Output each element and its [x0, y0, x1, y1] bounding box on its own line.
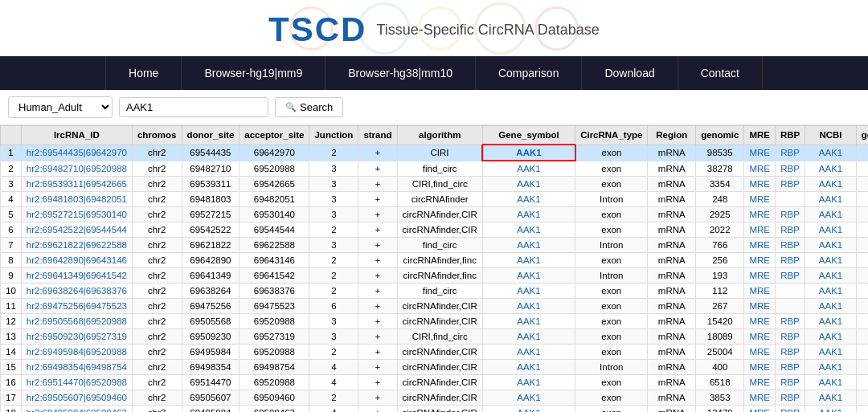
cell-r3-c6: + [358, 192, 397, 207]
cell-r12-c11: 18089 [696, 329, 744, 345]
cell-r10-c7: circRNAfinder,CIR [397, 299, 482, 314]
cell-r12-c13: RBP [775, 329, 805, 345]
cell-r12-c5: 3 [309, 329, 358, 345]
cell-r2-c14: AAK1 [805, 177, 857, 192]
cell-r4-c1: hr2:69527215|69530140 [21, 207, 132, 222]
nav-home[interactable]: Home [105, 56, 182, 90]
cell-r11-c9: exon [575, 314, 648, 329]
table-row[interactable]: 5hr2:69527215|69530140chr269527215695301… [1, 207, 869, 222]
cell-r5-c1: hr2:69542522|69544544 [21, 222, 132, 238]
table-row[interactable]: 4hr2:69481803|69482051chr269481803694820… [1, 192, 869, 207]
table-row[interactable]: 7hr2:69621822|69622588chr269621822696225… [1, 238, 869, 253]
table-row[interactable]: 13hr2:69509230|69527319chr26950923069527… [1, 329, 869, 345]
search-input[interactable] [119, 97, 268, 117]
cell-r0-c12: MRE [744, 145, 776, 161]
cell-r3-c12: MRE [744, 192, 776, 207]
table-row[interactable]: 1hr2:69544435|69642970chr269544435696429… [1, 145, 869, 161]
cell-r5-c2: chr2 [132, 222, 182, 238]
nav-comparison[interactable]: Comparison [476, 56, 582, 90]
col-header-10: Region [648, 126, 696, 145]
cell-r17-c0: 18 [1, 406, 22, 413]
cell-r14-c2: chr2 [132, 360, 182, 375]
table-row[interactable]: 3hr2:69539311|69542665chr269539311695426… [1, 177, 869, 192]
cell-r17-c13: RBP [775, 406, 805, 413]
nav-contact[interactable]: Contact [678, 56, 763, 90]
table-row[interactable]: 16hr2:69514470|69520988chr26951447069520… [1, 375, 869, 390]
col-header-5: Junction [309, 126, 358, 145]
cell-r13-c11: 25004 [696, 345, 744, 360]
cell-r2-c15: AAK1 [856, 177, 868, 192]
cell-r13-c6: + [358, 345, 397, 360]
search-icon: 🔍 [285, 102, 297, 112]
table-body: 1hr2:69544435|69642970chr269544435696429… [1, 145, 869, 412]
cell-r0-c10: mRNA [648, 145, 696, 161]
cell-r6-c7: find_circ [397, 238, 482, 253]
nav-download[interactable]: Download [582, 56, 678, 90]
cell-r1-c13: RBP [775, 161, 805, 177]
cell-r13-c12: MRE [744, 345, 776, 360]
cell-r17-c14: AAK1 [805, 406, 857, 413]
table-row[interactable]: 18hr2:69495984|69509463chr26949598469509… [1, 406, 869, 413]
cell-r10-c14: AAK1 [805, 299, 857, 314]
cell-r17-c9: exon [575, 406, 648, 413]
table-row[interactable]: 12hr2:69505568|69520988chr26950556869520… [1, 314, 869, 329]
nav-browser-hg19[interactable]: Browser-hg19|mm9 [182, 56, 326, 90]
cell-r7-c1: hr2:69642890|69643146 [21, 253, 132, 268]
cell-r3-c14: AAK1 [805, 192, 857, 207]
table-header: lrcRNA_IDchromosdonor_siteacceptor_siteJ… [1, 126, 869, 145]
nav-browser-hg38[interactable]: Browser-hg38|mm10 [326, 56, 476, 90]
cell-r11-c4: 69520988 [240, 314, 309, 329]
cell-r11-c15: AAK1 [856, 314, 868, 329]
cell-r1-c14: AAK1 [805, 161, 857, 177]
cell-r12-c9: exon [575, 329, 648, 345]
cell-r0-c6: + [358, 145, 397, 161]
cell-r4-c8: AAK1 [482, 207, 575, 222]
cell-r1-c4: 69520988 [240, 161, 309, 177]
cell-r6-c15: AAK1 [856, 238, 868, 253]
cell-r14-c6: + [358, 360, 397, 375]
table-row[interactable]: 2hr2:69482710|69520988chr269482710695209… [1, 161, 869, 177]
cell-r0-c13: RBP [775, 145, 805, 161]
table-row[interactable]: 8hr2:69642890|69643146chr269642890696431… [1, 253, 869, 268]
cell-r4-c10: mRNA [648, 207, 696, 222]
cell-r1-c3: 69482710 [182, 161, 240, 177]
col-header-0 [1, 126, 22, 145]
cell-r4-c2: chr2 [132, 207, 182, 222]
species-select[interactable]: Human_AdultHuman_FetalMouse_AdultMouse_F… [8, 96, 113, 118]
search-button[interactable]: 🔍 Search [275, 97, 343, 117]
table-row[interactable]: 10hr2:69638264|69638376chr26963826469638… [1, 284, 869, 299]
cell-r4-c14: AAK1 [805, 207, 857, 222]
cell-r17-c7: circRNAfinder,CIR [397, 406, 482, 413]
cell-r0-c4: 69642970 [240, 145, 309, 161]
cell-r1-c11: 38278 [696, 161, 744, 177]
cell-r10-c0: 11 [1, 299, 22, 314]
cell-r13-c8: AAK1 [482, 345, 575, 360]
table-row[interactable]: 9hr2:69641349|69641542chr269641349696415… [1, 268, 869, 284]
cell-r10-c11: 267 [696, 299, 744, 314]
cell-r11-c1: hr2:69505568|69520988 [21, 314, 132, 329]
cell-r12-c4: 69527319 [240, 329, 309, 345]
cell-r14-c3: 69498354 [182, 360, 240, 375]
table-row[interactable]: 17hr2:69505607|69509460chr26950560769509… [1, 390, 869, 406]
logo-subtitle: Tissue-Specific CircRNA Database [376, 22, 599, 39]
table-row[interactable]: 14hr2:69495984|69520988chr26949598469520… [1, 345, 869, 360]
table-row[interactable]: 6hr2:69542522|69544544chr269542522695445… [1, 222, 869, 238]
cell-r12-c1: hr2:69509230|69527319 [21, 329, 132, 345]
cell-r1-c9: exon [575, 161, 648, 177]
col-header-14: NCBI [805, 126, 857, 145]
cell-r9-c9: exon [575, 284, 648, 299]
logo-text: TSCD Tissue-Specific CircRNA Database [268, 10, 600, 49]
table-row[interactable]: 15hr2:69498354|69498754chr26949835469498… [1, 360, 869, 375]
cell-r15-c12: MRE [744, 375, 776, 390]
cell-r8-c4: 69641542 [240, 268, 309, 284]
cell-r0-c5: 2 [309, 145, 358, 161]
cell-r3-c3: 69481803 [182, 192, 240, 207]
cell-r8-c3: 69641349 [182, 268, 240, 284]
cell-r6-c10: mRNA [648, 238, 696, 253]
cell-r2-c10: mRNA [648, 177, 696, 192]
cell-r12-c7: CIRI,find_circ [397, 329, 482, 345]
table-container[interactable]: lrcRNA_IDchromosdonor_siteacceptor_siteJ… [0, 125, 868, 412]
table-row[interactable]: 11hr2:69475256|69475523chr26947525669475… [1, 299, 869, 314]
col-header-6: strand [358, 126, 397, 145]
cell-r7-c4: 69643146 [240, 253, 309, 268]
